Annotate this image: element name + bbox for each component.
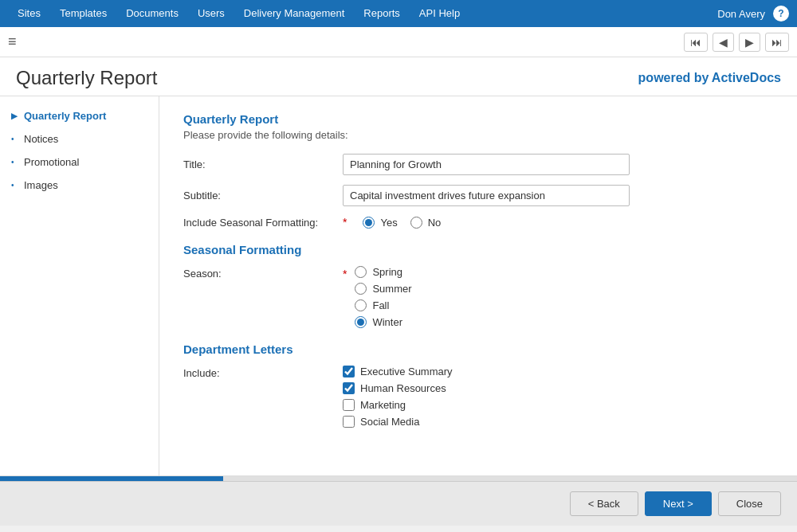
season-spring-option[interactable]: Spring (355, 266, 411, 278)
include-row: Include: Executive Summary Human Resourc… (183, 366, 773, 428)
sidebar-item-quarterly-report[interactable]: ▶ Quarterly Report (0, 104, 159, 127)
nav-reports[interactable]: Reports (354, 0, 410, 27)
seasonal-label: Include Seasonal Formatting: (183, 217, 343, 229)
seasonal-required: * (343, 216, 347, 229)
bottom-bar (0, 475, 797, 481)
page-header: Quarterly Report powered by ActiveDocs (0, 57, 797, 96)
season-spring-radio[interactable] (355, 266, 367, 278)
subtitle-row: Subtitle: (183, 185, 773, 206)
seasonal-no-option[interactable]: No (410, 216, 442, 229)
season-label: Season: (183, 266, 343, 280)
nav-templates[interactable]: Templates (50, 0, 116, 27)
seasonal-yes-radio[interactable] (363, 217, 375, 229)
include-label: Include: (183, 366, 343, 379)
season-summer-label: Summer (372, 283, 411, 295)
include-exec-checkbox[interactable] (343, 366, 355, 377)
nav-users[interactable]: Users (188, 0, 234, 27)
include-marketing-option[interactable]: Marketing (343, 399, 453, 411)
sidebar-bullet-notices: • (11, 135, 19, 143)
include-exec-label: Executive Summary (360, 366, 453, 377)
page-title: Quarterly Report (16, 67, 157, 89)
seasonal-yes-option[interactable]: Yes (363, 216, 397, 229)
season-winter-label: Winter (372, 316, 402, 328)
nav-documents[interactable]: Documents (116, 0, 188, 27)
title-input[interactable] (343, 154, 630, 175)
include-marketing-label: Marketing (360, 399, 406, 411)
seasonal-options: * Yes No (343, 216, 441, 229)
nav-last-button[interactable]: ⏭ (765, 33, 789, 52)
include-hr-label: Human Resources (360, 382, 446, 394)
user-area: Don Avery ? (717, 6, 789, 22)
close-button[interactable]: Close (718, 491, 781, 516)
sidebar: ▶ Quarterly Report • Notices • Promotion… (0, 96, 159, 475)
sidebar-label-notices: Notices (24, 133, 58, 145)
season-required: * (343, 268, 347, 280)
season-row: Season: * Spring Summer Fall (183, 266, 773, 328)
nav-next-button[interactable]: ▶ (739, 33, 760, 52)
season-summer-radio[interactable] (355, 283, 367, 295)
user-name: Don Avery (717, 8, 765, 20)
subtitle-label: Subtitle: (183, 190, 343, 201)
title-label: Title: (183, 158, 343, 170)
sidebar-bullet-promotional: • (11, 158, 19, 166)
season-winter-radio[interactable] (355, 316, 367, 328)
seasonal-row: Include Seasonal Formatting: * Yes No (183, 216, 773, 229)
subtitle-input[interactable] (343, 185, 630, 206)
seasonal-no-radio[interactable] (410, 217, 422, 229)
section3-gap: Department Letters (183, 342, 773, 356)
section3-title: Department Letters (183, 342, 773, 356)
sidebar-item-images[interactable]: • Images (0, 174, 159, 197)
nav-first-button[interactable]: ⏮ (684, 33, 708, 52)
include-hr-checkbox[interactable] (343, 382, 355, 394)
include-marketing-checkbox[interactable] (343, 399, 355, 411)
section1-title: Quarterly Report (183, 112, 773, 126)
hamburger-menu[interactable]: ≡ (8, 33, 17, 50)
seasonal-no-label: No (428, 217, 442, 229)
nav-sites[interactable]: Sites (8, 0, 50, 27)
sidebar-item-promotional[interactable]: • Promotional (0, 151, 159, 174)
seasonal-yes-label: Yes (380, 217, 397, 229)
section2-gap: Seasonal Formatting (183, 243, 773, 256)
sidebar-label-images: Images (24, 179, 58, 191)
footer-buttons: < Back Next > Close (0, 481, 797, 526)
sidebar-bullet-images: • (11, 181, 19, 190)
nav-prev-button[interactable]: ◀ (713, 33, 734, 52)
powered-by: powered by ActiveDocs (638, 71, 781, 85)
include-social-option[interactable]: Social Media (343, 416, 453, 428)
nav-delivery-management[interactable]: Delivery Management (234, 0, 354, 27)
season-summer-option[interactable]: Summer (355, 283, 411, 295)
season-spring-label: Spring (372, 266, 402, 278)
main-content: ▶ Quarterly Report • Notices • Promotion… (0, 96, 797, 475)
help-button[interactable]: ? (773, 6, 789, 22)
include-exec-option[interactable]: Executive Summary (343, 366, 453, 377)
sidebar-label-quarterly: Quarterly Report (24, 110, 106, 122)
toolbar: ≡ ⏮ ◀ ▶ ⏭ (0, 27, 797, 57)
sidebar-bullet-quarterly: ▶ (11, 111, 19, 120)
season-fall-label: Fall (372, 299, 389, 311)
sidebar-label-promotional: Promotional (24, 156, 79, 168)
top-nav: Sites Templates Documents Users Delivery… (0, 0, 797, 27)
include-social-checkbox[interactable] (343, 416, 355, 428)
season-winter-option[interactable]: Winter (355, 316, 411, 328)
include-hr-option[interactable]: Human Resources (343, 382, 453, 394)
nav-api-help[interactable]: API Help (410, 0, 469, 27)
season-fall-option[interactable]: Fall (355, 299, 411, 311)
season-fall-radio[interactable] (355, 299, 367, 311)
form-area: Quarterly Report Please provide the foll… (159, 96, 797, 475)
section2-title: Seasonal Formatting (183, 243, 773, 256)
next-button[interactable]: Next > (645, 491, 712, 516)
include-social-label: Social Media (360, 416, 419, 428)
season-options: Spring Summer Fall Winter (355, 266, 411, 328)
back-button[interactable]: < Back (570, 491, 638, 516)
include-options: Executive Summary Human Resources Market… (343, 366, 453, 428)
title-row: Title: (183, 154, 773, 175)
section1-subtitle: Please provide the following details: (183, 129, 773, 141)
nav-controls: ⏮ ◀ ▶ ⏭ (684, 33, 789, 52)
sidebar-item-notices[interactable]: • Notices (0, 127, 159, 151)
